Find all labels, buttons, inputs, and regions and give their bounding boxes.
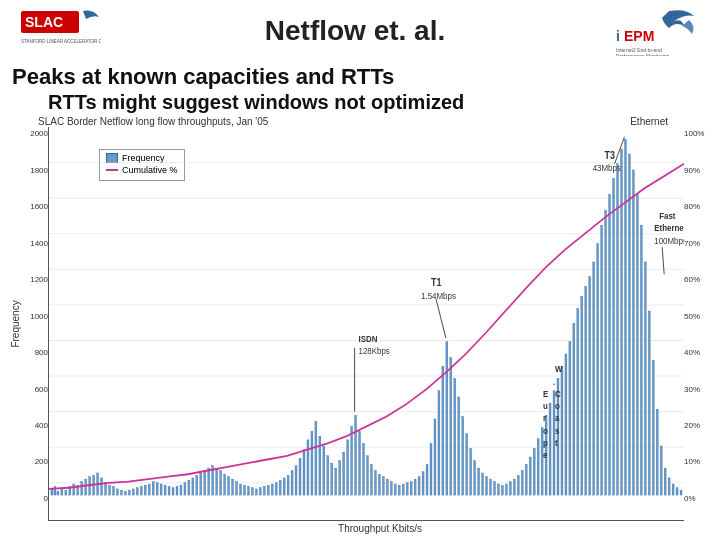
svg-text:.: . xyxy=(553,376,555,387)
svg-rect-172 xyxy=(664,468,666,495)
svg-text:T1: T1 xyxy=(431,277,442,289)
svg-rect-50 xyxy=(180,486,182,496)
svg-rect-118 xyxy=(450,358,452,495)
svg-rect-102 xyxy=(386,480,388,496)
svg-rect-107 xyxy=(406,483,408,495)
y-axis-values: 2000 1800 1600 1400 1200 1000 800 600 40… xyxy=(22,127,48,521)
svg-rect-162 xyxy=(624,140,626,496)
svg-rect-94 xyxy=(355,416,357,496)
svg-rect-42 xyxy=(148,484,150,495)
svg-rect-114 xyxy=(434,419,436,495)
svg-rect-147 xyxy=(565,354,567,495)
svg-rect-116 xyxy=(442,367,444,496)
svg-rect-41 xyxy=(144,486,146,496)
svg-rect-68 xyxy=(251,488,253,495)
svg-rect-30 xyxy=(101,478,103,495)
svg-rect-70 xyxy=(259,488,261,495)
svg-rect-81 xyxy=(303,450,305,495)
svg-rect-150 xyxy=(577,309,579,495)
svg-rect-74 xyxy=(275,483,277,495)
svg-text:o: o xyxy=(555,401,560,412)
svg-rect-174 xyxy=(672,484,674,495)
svg-rect-47 xyxy=(168,487,170,496)
svg-rect-62 xyxy=(228,477,230,495)
svg-rect-39 xyxy=(136,488,138,495)
svg-rect-110 xyxy=(418,477,420,495)
subtitle-line2: RTTs might suggest windows not optimized xyxy=(12,90,708,114)
svg-rect-40 xyxy=(140,487,142,496)
x-axis-label: Throughput Kbits/s xyxy=(48,523,712,534)
svg-rect-129 xyxy=(494,482,496,495)
svg-rect-34 xyxy=(116,489,118,495)
svg-rect-38 xyxy=(132,489,134,495)
svg-rect-67 xyxy=(247,487,249,496)
svg-rect-19 xyxy=(57,492,59,496)
svg-rect-170 xyxy=(656,410,658,496)
svg-rect-100 xyxy=(378,475,380,496)
svg-rect-97 xyxy=(367,456,369,495)
svg-text:SLAC: SLAC xyxy=(25,14,63,30)
svg-rect-104 xyxy=(394,484,396,495)
chart-svg: T1 1.54Mbps T3 43Mbps ISDN 128Kbps E u xyxy=(49,127,684,520)
svg-rect-109 xyxy=(414,480,416,496)
svg-rect-173 xyxy=(668,478,670,495)
svg-text:s: s xyxy=(555,425,559,436)
svg-rect-32 xyxy=(109,486,111,496)
svg-rect-71 xyxy=(263,487,265,496)
svg-rect-156 xyxy=(601,226,603,496)
svg-text:STANFORD LINEAR ACCELERATOR CE: STANFORD LINEAR ACCELERATOR CENTER xyxy=(21,39,101,44)
svg-text:T3: T3 xyxy=(605,149,616,161)
svg-rect-106 xyxy=(402,484,404,495)
svg-rect-135 xyxy=(517,476,519,496)
svg-rect-36 xyxy=(124,492,126,496)
main-content: SLAC Border Netflow long flow throughput… xyxy=(0,116,720,540)
svg-text:Performance Monitoring: Performance Monitoring xyxy=(616,53,670,56)
svg-rect-112 xyxy=(426,465,428,496)
svg-rect-83 xyxy=(311,432,313,496)
svg-rect-134 xyxy=(513,480,515,496)
svg-rect-131 xyxy=(501,486,503,496)
svg-rect-91 xyxy=(343,453,345,496)
svg-text:E: E xyxy=(543,389,548,400)
svg-text:Ethernet: Ethernet xyxy=(654,223,684,234)
svg-rect-80 xyxy=(299,459,301,496)
svg-rect-96 xyxy=(363,444,365,496)
svg-rect-56 xyxy=(204,471,206,496)
svg-rect-121 xyxy=(462,417,464,496)
svg-text:ISDN: ISDN xyxy=(359,333,378,344)
svg-rect-111 xyxy=(422,472,424,495)
svg-text:43Mbps: 43Mbps xyxy=(593,163,622,174)
subtitle-line1: Peaks at known capacities and RTTs xyxy=(12,64,708,90)
svg-rect-52 xyxy=(188,481,190,496)
svg-rect-21 xyxy=(65,491,67,496)
svg-rect-60 xyxy=(220,471,222,496)
right-axis-values: 100% 90% 80% 70% 60% 50% 40% 30% 20% 10%… xyxy=(684,127,712,521)
svg-line-180 xyxy=(615,137,625,164)
svg-rect-120 xyxy=(458,397,460,495)
svg-rect-143 xyxy=(549,403,551,495)
svg-rect-125 xyxy=(478,468,480,495)
svg-rect-77 xyxy=(287,476,289,496)
svg-text:u: u xyxy=(543,401,548,412)
svg-rect-103 xyxy=(390,482,392,495)
svg-rect-46 xyxy=(164,486,166,496)
svg-rect-123 xyxy=(470,449,472,496)
chart-title-left: SLAC Border Netflow long flow throughput… xyxy=(38,116,268,127)
svg-rect-132 xyxy=(505,484,507,495)
svg-rect-17 xyxy=(51,489,53,495)
svg-rect-89 xyxy=(335,468,337,495)
svg-rect-108 xyxy=(410,482,412,495)
svg-rect-169 xyxy=(652,361,654,496)
svg-rect-73 xyxy=(271,484,273,495)
svg-rect-115 xyxy=(438,391,440,495)
svg-rect-59 xyxy=(216,468,218,495)
svg-rect-90 xyxy=(339,461,341,495)
svg-rect-37 xyxy=(128,491,130,496)
svg-rect-45 xyxy=(160,484,162,495)
svg-text:1.54Mbps: 1.54Mbps xyxy=(421,290,456,301)
svg-rect-105 xyxy=(398,486,400,496)
svg-rect-126 xyxy=(482,473,484,495)
svg-text:a: a xyxy=(555,413,560,424)
svg-rect-167 xyxy=(644,262,646,495)
svg-text:o: o xyxy=(543,425,548,436)
